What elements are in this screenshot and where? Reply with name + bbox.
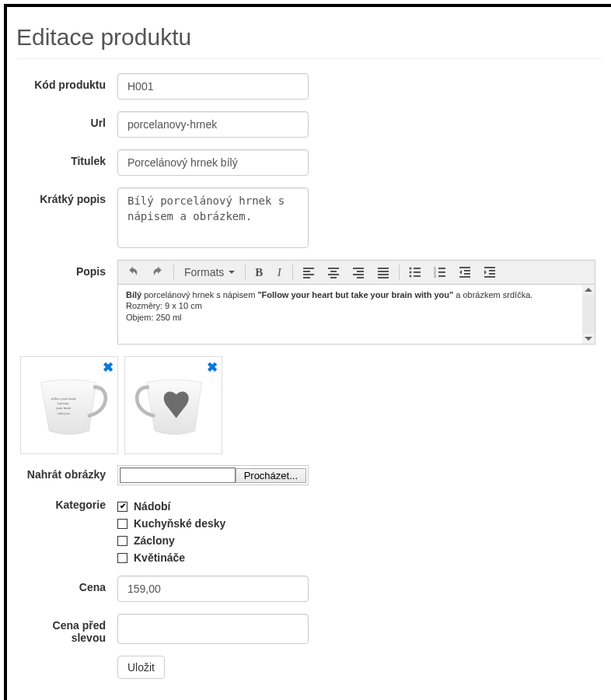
divider — [16, 58, 602, 59]
category-label: Záclony — [134, 534, 175, 547]
price-input[interactable] — [117, 576, 309, 602]
label-title: Titulek — [16, 149, 117, 176]
label-empty — [16, 656, 117, 679]
checkbox-icon[interactable] — [117, 553, 127, 563]
bold-button[interactable]: B — [250, 262, 268, 282]
indent-icon — [484, 266, 496, 278]
remove-image-button[interactable]: ✖ — [207, 359, 218, 376]
thumbnail-2[interactable]: ✖ — [124, 356, 222, 454]
numbered-list-icon: 123 — [434, 266, 446, 278]
bullet-list-button[interactable] — [403, 262, 427, 282]
category-label: Květináče — [134, 551, 185, 564]
align-center-icon — [327, 266, 340, 278]
category-item[interactable]: Záclony — [117, 534, 225, 547]
rich-text-editor: Formats B I — [117, 260, 595, 345]
bullet-list-icon — [409, 266, 421, 278]
chevron-down-icon — [229, 271, 235, 274]
svg-text:but take: but take — [58, 401, 69, 405]
redo-button[interactable] — [146, 262, 169, 282]
label-price: Cena — [16, 576, 117, 602]
align-justify-button[interactable] — [372, 262, 395, 282]
outdent-icon — [459, 266, 471, 278]
category-list: Nádobí Kuchyňské desky Záclony Květináče — [117, 497, 225, 564]
svg-text:your brain: your brain — [56, 407, 72, 411]
checkbox-icon[interactable] — [117, 536, 127, 546]
editor-scrollbar[interactable] — [582, 285, 595, 344]
svg-point-1 — [410, 271, 412, 274]
desc-line-2: Rozměry: 9 x 10 cm — [126, 300, 587, 311]
editor-content[interactable]: Bílý porcelánový hrnek s nápisem "Follow… — [118, 285, 595, 327]
formats-label: Formats — [184, 266, 224, 278]
italic-button[interactable]: I — [270, 262, 288, 282]
toolbar-separator — [399, 264, 400, 280]
label-desc: Popis — [16, 260, 117, 345]
category-item[interactable]: Nádobí — [117, 500, 225, 513]
indent-button[interactable] — [478, 262, 501, 282]
scroll-up-icon[interactable] — [585, 288, 592, 292]
outdent-button[interactable] — [453, 262, 477, 282]
category-label: Nádobí — [134, 500, 170, 513]
svg-point-2 — [410, 275, 412, 278]
desc-text-1: porcelánový hrnek s nápisem — [141, 290, 257, 299]
desc-bold-1: Bílý — [126, 290, 141, 299]
toolbar-separator — [173, 264, 174, 280]
mug-image-2 — [131, 366, 216, 444]
code-input[interactable] — [117, 73, 309, 100]
label-url: Url — [16, 111, 117, 138]
checkbox-icon[interactable] — [117, 502, 127, 512]
file-input[interactable]: Procházet... — [117, 465, 309, 485]
desc-text-2: a obrázkem srdíčka. — [453, 290, 532, 299]
undo-button[interactable] — [121, 262, 145, 282]
save-button[interactable]: Uložit — [117, 656, 165, 679]
svg-text:follow your heart: follow your heart — [51, 397, 77, 401]
url-input[interactable] — [117, 111, 309, 138]
numbered-list-button[interactable]: 123 — [428, 262, 452, 282]
category-item[interactable]: Květináče — [117, 551, 225, 564]
toolbar-separator — [292, 264, 293, 280]
align-right-button[interactable] — [347, 262, 370, 282]
category-label: Kuchyňské desky — [134, 517, 225, 530]
browse-button[interactable]: Procházet... — [236, 468, 306, 483]
align-justify-icon — [377, 266, 389, 278]
file-path-field[interactable] — [120, 467, 236, 483]
label-upload-images: Nahrát obrázky — [16, 465, 117, 485]
undo-icon — [127, 266, 139, 278]
scroll-down-icon[interactable] — [585, 337, 592, 341]
redo-icon — [152, 266, 164, 278]
short-desc-textarea[interactable]: Bílý porcelánový hrnek s nápisem a obráz… — [117, 187, 309, 248]
category-item[interactable]: Kuchyňské desky — [117, 517, 225, 530]
checkbox-icon[interactable] — [117, 519, 127, 529]
label-short-desc: Krátký popis — [16, 187, 117, 248]
label-category: Kategorie — [16, 497, 117, 564]
price-before-sale-input[interactable] — [117, 614, 309, 644]
title-input[interactable] — [117, 149, 309, 176]
editor-body[interactable]: Bílý porcelánový hrnek s nápisem "Follow… — [118, 285, 595, 344]
align-center-button[interactable] — [322, 262, 345, 282]
align-left-icon — [302, 266, 315, 278]
label-price-before-sale: Cena před slevou — [16, 614, 117, 644]
align-left-button[interactable] — [297, 262, 320, 282]
image-thumbnails: ✖ follow your heart but take your brain … — [20, 356, 602, 454]
label-code: Kód produktu — [16, 73, 117, 100]
desc-line-3: Objem: 250 ml — [126, 312, 587, 323]
toolbar-separator — [245, 264, 246, 280]
scroll-track[interactable] — [582, 295, 595, 334]
align-right-icon — [352, 266, 365, 278]
page-title: Editace produktu — [16, 24, 602, 51]
thumbnail-1[interactable]: ✖ follow your heart but take your brain … — [20, 356, 118, 454]
svg-text:with you: with you — [58, 411, 71, 415]
desc-bold-2: "Follow your heart but take your brain w… — [257, 290, 453, 299]
svg-text:3: 3 — [434, 274, 436, 278]
editor-toolbar: Formats B I — [118, 261, 595, 285]
svg-point-0 — [410, 268, 412, 270]
remove-image-button[interactable]: ✖ — [103, 359, 113, 376]
mug-image-1: follow your heart but take your brain wi… — [26, 366, 112, 444]
formats-dropdown[interactable]: Formats — [178, 263, 241, 282]
